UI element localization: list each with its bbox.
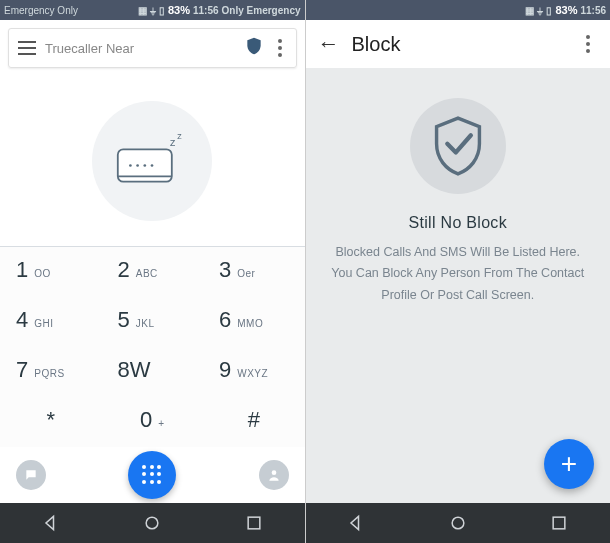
- key-7[interactable]: 7PQRS: [0, 347, 102, 397]
- svg-point-9: [146, 517, 158, 529]
- svg-point-3: [137, 164, 140, 167]
- bottom-bar: [0, 447, 305, 503]
- overflow-menu-icon[interactable]: [270, 39, 290, 57]
- key-0[interactable]: 0+: [102, 397, 204, 447]
- menu-icon[interactable]: [15, 36, 39, 60]
- back-arrow-icon[interactable]: ←: [318, 31, 340, 57]
- nav-home-icon[interactable]: [141, 512, 163, 534]
- nfc-icon: ▦: [138, 5, 147, 16]
- wifi-icon: ⏚: [537, 5, 543, 16]
- battery-percent: 83%: [168, 4, 190, 16]
- carrier-text: Emergency Only: [4, 5, 78, 16]
- key-1[interactable]: 1OO: [0, 247, 102, 297]
- dial-fab[interactable]: [128, 451, 176, 499]
- app-bar: ← Block: [306, 20, 611, 68]
- nav-recent-icon[interactable]: [243, 512, 265, 534]
- battery-icon: ▯: [546, 5, 552, 16]
- search-input[interactable]: Truecaller Near: [45, 41, 238, 56]
- add-block-fab[interactable]: +: [544, 439, 594, 489]
- key-star[interactable]: *: [0, 397, 102, 447]
- block-body: Still No Block Blocked Calls And SMS Wil…: [306, 68, 611, 503]
- key-3[interactable]: 3Oer: [203, 247, 305, 297]
- clock: 11:56: [193, 5, 219, 16]
- phone-left: Emergency Only ▦ ⏚ ▯ 83% 11:56 Only Emer…: [0, 0, 306, 543]
- key-2[interactable]: 2ABC: [102, 247, 204, 297]
- battery-icon: ▯: [159, 5, 165, 16]
- empty-title: Still No Block: [409, 214, 507, 232]
- svg-point-5: [151, 164, 154, 167]
- svg-text:z: z: [170, 136, 175, 148]
- nav-back-icon[interactable]: [345, 512, 367, 534]
- svg-text:z: z: [177, 131, 182, 141]
- shield-check-icon: [410, 98, 506, 194]
- shield-icon[interactable]: [244, 36, 264, 60]
- nav-recent-icon[interactable]: [548, 512, 570, 534]
- contacts-icon[interactable]: [259, 460, 289, 490]
- status-bar: Emergency Only ▦ ⏚ ▯ 83% 11:56 Only Emer…: [0, 0, 305, 20]
- svg-rect-10: [248, 517, 260, 529]
- svg-point-8: [271, 470, 276, 475]
- empty-description: Blocked Calls And SMS Will Be Listed Her…: [330, 242, 587, 306]
- carrier-extra: Only Emergency: [222, 5, 301, 16]
- page-title: Block: [352, 33, 567, 56]
- svg-point-2: [129, 164, 132, 167]
- plus-icon: +: [561, 448, 577, 480]
- clock: 11:56: [580, 5, 606, 16]
- search-bar-container: Truecaller Near: [0, 20, 305, 76]
- overflow-menu-icon[interactable]: [578, 35, 598, 53]
- key-6[interactable]: 6MMO: [203, 297, 305, 347]
- svg-point-11: [452, 517, 464, 529]
- nfc-icon: ▦: [525, 5, 534, 16]
- key-hash[interactable]: #: [203, 397, 305, 447]
- chat-icon[interactable]: [16, 460, 46, 490]
- key-5[interactable]: 5JKL: [102, 297, 204, 347]
- battery-percent: 83%: [555, 4, 577, 16]
- android-nav: [306, 503, 611, 543]
- search-bar[interactable]: Truecaller Near: [8, 28, 297, 68]
- dial-pad: 1OO 2ABC 3Oer 4GHI 5JKL 6MMO 7PQRS 8W 9W…: [0, 246, 305, 447]
- empty-illustration: z z: [0, 76, 305, 246]
- phone-right: ▦ ⏚ ▯ 83% 11:56 ← Block Still No Block B…: [306, 0, 611, 543]
- svg-rect-12: [553, 517, 565, 529]
- wifi-icon: ⏚: [150, 5, 156, 16]
- svg-point-4: [144, 164, 147, 167]
- key-8[interactable]: 8W: [102, 347, 204, 397]
- android-nav: [0, 503, 305, 543]
- key-4[interactable]: 4GHI: [0, 297, 102, 347]
- status-bar: ▦ ⏚ ▯ 83% 11:56: [306, 0, 611, 20]
- nav-home-icon[interactable]: [447, 512, 469, 534]
- key-9[interactable]: 9WXYZ: [203, 347, 305, 397]
- nav-back-icon[interactable]: [40, 512, 62, 534]
- dialpad-icon: [142, 465, 162, 485]
